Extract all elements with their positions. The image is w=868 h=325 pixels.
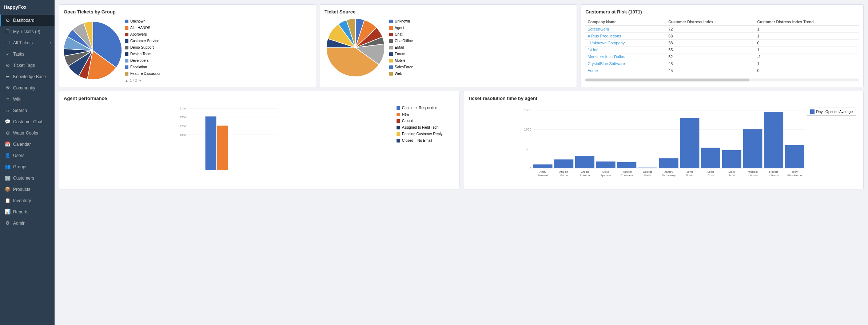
company-name[interactable]: _Unknown Company xyxy=(585,40,666,47)
legend-item: ALL HANDS xyxy=(125,25,162,31)
prev-page-icon[interactable]: ▲ xyxy=(125,79,128,83)
legend-color xyxy=(389,33,393,36)
sidebar-item-ticket-tags[interactable]: ⊘ Ticket Tags xyxy=(0,60,55,71)
horizontal-scrollbar[interactable] xyxy=(585,79,859,81)
legend-label: New xyxy=(402,111,409,118)
ticket-source-chart-area: UnknownAgentChatChatOfflineEMailForumMob… xyxy=(324,18,572,77)
company-link[interactable]: ACM Comm xyxy=(588,75,609,76)
company-name[interactable]: Monsters Inc - Dallas xyxy=(585,53,666,60)
agent-label-line2: Johnson xyxy=(768,174,779,177)
legend-color xyxy=(389,59,393,63)
legend-label: SalesForce xyxy=(395,64,413,71)
sidebar-item-admin[interactable]: ⚙ Admin xyxy=(0,217,55,229)
legend-label: Design Team xyxy=(130,51,151,57)
legend-item: Escalation xyxy=(125,64,162,71)
legend-label: Demo Support xyxy=(130,44,154,51)
legend-item: Forum xyxy=(389,51,413,57)
sidebar-item-my-tickets[interactable]: ☐ My Tickets (9) xyxy=(0,26,55,37)
water-cooler-icon: ⊛ xyxy=(5,130,11,136)
legend-item: Developers xyxy=(125,57,162,64)
sidebar-item-search[interactable]: ⌕ Search xyxy=(0,105,55,116)
legend-color xyxy=(389,72,393,76)
sidebar-item-community[interactable]: ❋ Community xyxy=(0,82,55,93)
sidebar-item-wiki[interactable]: ≡ Wiki xyxy=(0,93,55,105)
col-distress[interactable]: Customer Distress Index ↓ xyxy=(666,18,755,26)
reports-icon: 📊 xyxy=(5,209,11,214)
legend-label: Chat xyxy=(395,31,402,38)
next-page-icon[interactable]: ▼ xyxy=(138,79,142,83)
tasks-icon: ✓ xyxy=(5,51,11,57)
legend-color xyxy=(125,72,128,76)
company-name[interactable]: J4 Inc xyxy=(585,47,666,53)
legend-label: Closed – No Email xyxy=(402,137,432,144)
company-link[interactable]: _Unknown Company xyxy=(588,41,625,45)
agent-label-line1: Erika xyxy=(602,170,609,173)
sidebar-item-water-cooler[interactable]: ⊛ Water Cooler xyxy=(0,127,55,139)
sidebar-label-groups: Groups xyxy=(13,164,27,169)
resolution-bar xyxy=(638,168,657,168)
resolution-bar xyxy=(659,158,678,168)
sidebar-item-dashboard[interactable]: ⊙ Dashboard xyxy=(0,15,55,26)
company-name[interactable]: CrystalBlue Software xyxy=(585,60,666,67)
legend-label: Assigned to Field Tech xyxy=(402,124,438,131)
company-link[interactable]: Acme xyxy=(588,68,598,73)
sidebar-item-groups[interactable]: 👥 Groups xyxy=(0,161,55,172)
sidebar-label-calendar: Calendar xyxy=(13,142,31,147)
company-link[interactable]: CrystalBlue Software xyxy=(588,61,625,66)
customers-at-risk-card: Customers at Risk (1071) Company Name Cu… xyxy=(581,4,864,87)
legend-color xyxy=(125,52,128,56)
company-link[interactable]: ScreenGem xyxy=(588,27,609,31)
legend-color xyxy=(397,126,400,129)
company-name[interactable]: A Plus Productions xyxy=(585,33,666,40)
legend-label: Mobile xyxy=(395,57,405,64)
sidebar-item-calendar[interactable]: 📅 Calendar xyxy=(0,139,55,150)
distress-trend: 1 xyxy=(755,26,859,33)
agent-label-line2: Spencer xyxy=(600,174,611,177)
legend-color xyxy=(397,119,400,123)
sidebar-item-inventory[interactable]: 📋 Inventory xyxy=(0,195,55,206)
sidebar-label-inventory: Inventory xyxy=(13,198,31,203)
sidebar-item-users[interactable]: 👤 Users xyxy=(0,150,55,161)
sidebar-label-water-cooler: Water Cooler xyxy=(13,131,39,136)
sidebar-item-products[interactable]: 📦 Products xyxy=(0,184,55,195)
legend-color xyxy=(125,46,128,49)
customers-at-risk-table-container[interactable]: Company Name Customer Distress Index ↓ C… xyxy=(585,18,859,76)
sidebar-item-tasks[interactable]: ✓ Tasks xyxy=(0,48,55,60)
sidebar-item-knowledge-base[interactable]: ☰ Knowledge Base xyxy=(0,71,55,82)
legend-item: Closed – No Email xyxy=(397,137,455,144)
legend-item: ChatOffline xyxy=(389,38,413,44)
company-link[interactable]: J4 Inc xyxy=(588,48,598,52)
legend-label: Pending Customer Reply xyxy=(402,131,442,137)
resolution-bar xyxy=(680,118,699,168)
col-trend: Customer Distress Index Trend xyxy=(755,18,859,26)
company-name[interactable]: ACM Comm xyxy=(585,74,666,77)
sidebar-item-customers[interactable]: 🏢 Customers xyxy=(0,172,55,184)
distress-index: 58 xyxy=(666,40,755,47)
my-tickets-icon: ☐ xyxy=(5,29,11,34)
legend-color xyxy=(125,33,128,36)
legend-item: Web xyxy=(389,71,413,77)
legend-label: Customer Service xyxy=(130,38,159,44)
sidebar-item-all-tickets[interactable]: ☐ All Tickets › xyxy=(0,37,55,48)
sidebar-item-reports[interactable]: 📊 Reports xyxy=(0,206,55,217)
company-name[interactable]: ScreenGem xyxy=(585,26,666,33)
open-tickets-by-group-card: Open Tickets by Group UnknownALL HANDSAp… xyxy=(59,4,316,87)
agent-bar-blue xyxy=(206,116,216,170)
resolution-bar xyxy=(575,156,594,168)
table-row: J4 Inc 55 1 xyxy=(585,47,859,53)
company-link[interactable]: A Plus Productions xyxy=(588,34,621,38)
resolution-legend-color xyxy=(810,109,815,114)
company-name[interactable]: Acme xyxy=(585,67,666,74)
company-link[interactable]: Monsters Inc - Dallas xyxy=(588,55,625,59)
open-tickets-chart-area: UnknownALL HANDSApproversCustomer Servic… xyxy=(64,18,311,83)
sidebar-item-customer-chat[interactable]: 💬 Customer Chat xyxy=(0,116,55,127)
distress-index: 45 xyxy=(666,74,755,77)
customers-at-risk-table: Company Name Customer Distress Index ↓ C… xyxy=(585,18,859,76)
legend-label: Closed xyxy=(402,118,413,124)
legend-item: Feature Discussion xyxy=(125,71,162,77)
agent-perf-legend: Customer RespondedNewClosedAssigned to F… xyxy=(397,105,455,144)
ticket-resolution-card: Ticket resolution time by agent 15001000… xyxy=(463,91,864,189)
agent-perf-chart: 1750150012501000 xyxy=(64,105,391,177)
legend-label: ALL HANDS xyxy=(130,25,150,31)
agent-label-line1: Robert xyxy=(769,170,779,173)
